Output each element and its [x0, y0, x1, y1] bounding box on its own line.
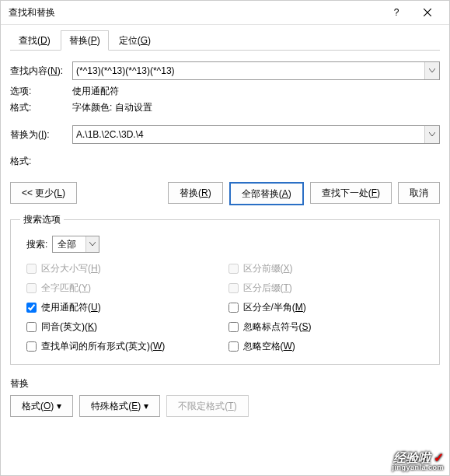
match-suffix-box [228, 283, 239, 293]
special-format-button[interactable]: 特殊格式(E) ▾ [79, 395, 160, 417]
ignore-space-check[interactable]: 忽略空格(W) [228, 340, 431, 353]
chevron-down-icon [429, 132, 435, 137]
replace-with-label: 替换为(I): [10, 128, 72, 142]
match-case-check: 区分大小写(H) [26, 262, 228, 275]
options-row: 选项: 使用通配符 [10, 85, 440, 98]
format-label: 格式: [10, 101, 72, 114]
window-title: 查找和替换 [9, 6, 381, 19]
search-scope-label: 搜索: [26, 238, 47, 251]
whole-word-box [26, 283, 37, 293]
options-label: 选项: [10, 85, 72, 98]
format2-row: 格式: [10, 155, 440, 168]
all-word-forms-check[interactable]: 查找单词的所有形式(英文)(W) [26, 340, 228, 353]
ignore-space-box[interactable] [228, 341, 239, 352]
question-icon: ? [394, 7, 399, 18]
close-button[interactable] [412, 2, 443, 23]
find-what-input[interactable] [73, 62, 424, 79]
titlebar: 查找和替换 ? [1, 1, 449, 25]
replace-with-row: 替换为(I): [10, 125, 440, 144]
replace-section-label: 替换 [10, 377, 440, 390]
tab-find[interactable]: 查找(D) [10, 30, 59, 51]
match-prefix-box [228, 264, 239, 274]
use-wildcards-box[interactable] [26, 303, 37, 313]
less-button[interactable]: << 更少(L) [10, 182, 77, 204]
chevron-down-icon [89, 242, 96, 247]
replace-with-combo [72, 125, 440, 144]
match-suffix-check: 区分后缀(T) [228, 282, 431, 295]
whole-word-check: 全字匹配(Y) [26, 282, 228, 295]
sounds-like-check[interactable]: 同音(英文)(K) [26, 320, 228, 334]
chevron-down-icon: ▾ [144, 401, 148, 411]
find-what-dropdown[interactable] [424, 62, 439, 79]
search-scope-dropdown[interactable] [85, 236, 99, 252]
replace-button[interactable]: 替换(R) [168, 182, 223, 204]
check-grid: 区分大小写(H) 区分前缀(X) 全字匹配(Y) 区分后缀(T) [26, 262, 430, 353]
format-button-row: 格式(O) ▾ 特殊格式(E) ▾ 不限定格式(T) [10, 395, 440, 417]
find-what-label: 查找内容(N): [10, 65, 72, 78]
search-options-group: 搜索选项 搜索: 全部 区分大小写(H) [10, 213, 440, 365]
all-word-forms-box[interactable] [26, 341, 37, 352]
search-scope-row: 搜索: 全部 [26, 236, 430, 253]
tab-replace[interactable]: 替换(P) [61, 30, 109, 51]
format-value: 字体颜色: 自动设置 [72, 101, 152, 114]
help-button[interactable]: ? [381, 2, 412, 23]
chevron-down-icon [429, 68, 435, 73]
half-full-box[interactable] [228, 303, 239, 313]
use-wildcards-check[interactable]: 使用通配符(U) [26, 301, 228, 314]
close-icon [424, 9, 431, 16]
find-what-row: 查找内容(N): [10, 61, 440, 80]
half-full-check[interactable]: 区分全/半角(M) [228, 301, 431, 314]
replace-format-section: 替换 格式(O) ▾ 特殊格式(E) ▾ 不限定格式(T) [10, 377, 440, 417]
sounds-like-box[interactable] [26, 322, 37, 332]
ignore-punct-check[interactable]: 忽略标点符号(S) [228, 320, 431, 334]
format-button[interactable]: 格式(O) ▾ [10, 395, 73, 417]
format-row: 格式: 字体颜色: 自动设置 [10, 101, 440, 114]
search-options-legend: 搜索选项 [20, 213, 64, 226]
dialog-content: 查找(D) 替换(P) 定位(G) 查找内容(N): 选项: 使用通配符 格式: [1, 25, 449, 475]
replace-all-button[interactable]: 全部替换(A) [229, 182, 304, 205]
tab-bar: 查找(D) 替换(P) 定位(G) [10, 30, 440, 51]
search-scope-value: 全部 [53, 236, 85, 252]
chevron-down-icon: ▾ [57, 401, 61, 411]
options-value: 使用通配符 [72, 85, 119, 98]
find-replace-dialog: 查找和替换 ? 查找(D) 替换(P) 定位(G) 查找内容(N): [0, 0, 450, 476]
find-what-combo [72, 61, 440, 80]
match-case-box [26, 264, 37, 274]
format2-label: 格式: [10, 155, 72, 168]
replace-with-input[interactable] [73, 126, 424, 143]
form-area: 查找内容(N): 选项: 使用通配符 格式: 字体颜色: 自动设置 替换为(I)… [10, 51, 440, 417]
no-formatting-button: 不限定格式(T) [166, 395, 248, 417]
action-button-row: << 更少(L) 替换(R) 全部替换(A) 查找下一处(F) 取消 [10, 182, 440, 205]
cancel-button[interactable]: 取消 [398, 182, 440, 204]
tab-goto[interactable]: 定位(G) [110, 30, 159, 51]
match-prefix-check: 区分前缀(X) [228, 262, 431, 275]
ignore-punct-box[interactable] [228, 322, 239, 332]
replace-with-dropdown[interactable] [424, 126, 439, 143]
search-scope-select[interactable]: 全部 [52, 236, 99, 253]
find-next-button[interactable]: 查找下一处(F) [310, 182, 392, 204]
